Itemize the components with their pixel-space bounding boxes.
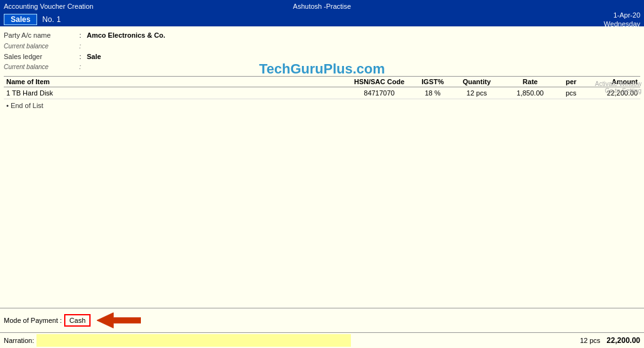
no-label: No. <box>42 15 54 24</box>
party-label: Party A/c name <box>4 30 79 41</box>
mode-value: Cash <box>69 317 86 324</box>
table-row: 1 TB Hard Disk 84717070 18 % 12 pcs 1,85… <box>4 87 640 99</box>
narration-label: Narration: <box>4 337 34 344</box>
quantity-value: 12 pcs <box>452 89 502 97</box>
col-header-hsn: HSN/SAC Code <box>345 78 414 85</box>
left-arrow-icon <box>97 311 141 330</box>
sales-ledger-row: Sales ledger : Sale <box>4 52 640 63</box>
hsn-code: 84717070 <box>345 89 414 97</box>
end-of-list: • End of List <box>4 99 640 112</box>
footer-amount: 22,200.00 <box>607 336 640 345</box>
party-value: Amco Electronics & Co. <box>87 30 165 41</box>
col-header-rate: Rate <box>502 78 558 85</box>
col-header-per: per <box>558 78 584 85</box>
rate-value: 1,850.00 <box>502 89 558 97</box>
col-header-item: Name of Item <box>4 78 345 85</box>
col-header-qty: Quantity <box>452 78 502 85</box>
activate-windows: Activate Window Go to Setting <box>595 80 641 94</box>
current-balance-2-label: Current balance <box>4 62 79 72</box>
activate-line1: Activate Window <box>595 80 641 87</box>
header-row: Sales No. 1 1-Apr-20 Wednesday <box>0 13 644 26</box>
info-section: Party A/c name : Amco Electronics & Co. … <box>4 29 640 73</box>
narration-row: Narration: 12 pcs 22,200.00 <box>0 332 644 348</box>
bottom-section: Mode of Payment : Cash Narration: 12 pcs… <box>0 308 644 348</box>
igst-percent: 18 % <box>414 89 452 97</box>
sales-ledger-label: Sales ledger <box>4 52 79 63</box>
title-bar: Accounting Voucher Creation Ashutosh -Pr… <box>0 0 644 13</box>
table-header: Name of Item HSN/SAC Code IGST% Quantity… <box>4 77 640 87</box>
voucher-type-badge: Sales <box>4 14 37 25</box>
party-row: Party A/c name : Amco Electronics & Co. <box>4 30 640 41</box>
title-left: Accounting Voucher Creation <box>4 3 93 10</box>
current-balance-1-label: Current balance <box>4 41 79 52</box>
footer-qty: 12 pcs <box>580 337 600 344</box>
content-area: Party A/c name : Amco Electronics & Co. … <box>0 26 644 348</box>
title-center: Ashutosh -Practise <box>293 3 351 10</box>
per-value: pcs <box>558 89 584 97</box>
table-section: Name of Item HSN/SAC Code IGST% Quantity… <box>4 76 640 112</box>
mode-value-box: Cash <box>64 314 91 327</box>
mode-label: Mode of Payment : <box>4 317 62 324</box>
narration-input[interactable] <box>36 334 351 347</box>
date-info: 1-Apr-20 Wednesday <box>604 11 640 29</box>
col-header-igst: IGST% <box>414 78 452 85</box>
item-name: 1 TB Hard Disk <box>4 89 345 97</box>
mode-of-payment-row: Mode of Payment : Cash <box>0 308 644 332</box>
activate-line2: Go to Setting <box>595 87 641 94</box>
current-balance-1-row: Current balance : <box>4 41 640 52</box>
arrow-indicator <box>97 311 141 330</box>
voucher-number: 1 <box>57 15 61 24</box>
page-wrapper: Accounting Voucher Creation Ashutosh -Pr… <box>0 0 644 348</box>
svg-marker-0 <box>97 313 141 329</box>
date-value: 1-Apr-20 <box>604 11 640 19</box>
footer-totals: 12 pcs 22,200.00 <box>580 336 640 345</box>
current-balance-2-row: Current balance : <box>4 62 640 72</box>
party-info-section: Party A/c name : Amco Electronics & Co. … <box>0 26 644 112</box>
sales-ledger-value: Sale <box>87 52 101 63</box>
